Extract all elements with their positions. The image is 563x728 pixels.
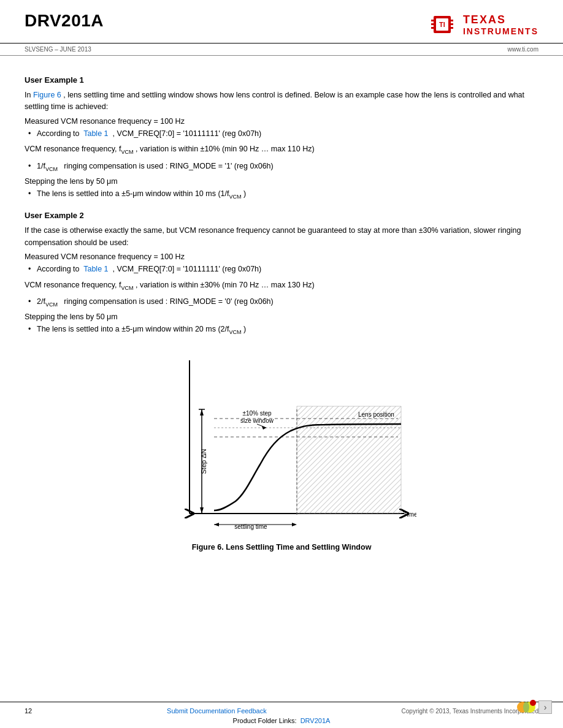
figure-6-area: Step ΔN ±10% step size window [25, 348, 538, 552]
bullet-item: According to Table 1 , VCM_FREQ[7:0] = '… [25, 264, 538, 275]
svg-text:size window: size window [240, 417, 274, 424]
ti-logo: TI TEXAS INSTRUMENTS [431, 11, 538, 38]
footer-main: 12 Submit Documentation Feedback Copyrig… [25, 707, 538, 715]
page-number: 12 [25, 707, 32, 715]
bullet-item: The lens is settled into a ±5-μm window … [25, 188, 538, 201]
svg-rect-3 [431, 20, 434, 21]
user-example-1-vcm: VCM resonance frequency, fVCM , variatio… [25, 143, 538, 156]
yell-icon [516, 697, 536, 717]
website: www.ti.com [507, 46, 538, 53]
user-example-2-intro: If the case is otherwise exactly the sam… [25, 225, 538, 249]
svg-marker-29 [214, 523, 219, 526]
figure-6-chart: Step ΔN ±10% step size window [147, 348, 416, 538]
user-example-1-stepping: Stepping the lens by 50 μm [25, 177, 538, 186]
main-content: User Example 1 In Figure 6 , lens settli… [0, 56, 563, 552]
footer-product: Product Folder Links: DRV201A [25, 717, 538, 724]
svg-text:TI: TI [439, 21, 445, 28]
svg-marker-15 [200, 409, 204, 415]
user-example-2-stepping: Stepping the lens by 50 μm [25, 313, 538, 321]
doc-id: SLVSENG – JUNE 2013 [25, 46, 91, 53]
user-example-2-vcm: VCM resonance frequency, fVCM , variatio… [25, 279, 538, 292]
user-example-1-bullets-2: 1/fVCM ringing compensation is used : RI… [25, 161, 538, 173]
svg-rect-18 [297, 406, 401, 514]
svg-text:±10% step: ±10% step [242, 410, 272, 417]
bullet-item: The lens is settled into a ±5-μm window … [25, 324, 538, 336]
user-example-2-bullets: According to Table 1 , VCM_FREQ[7:0] = '… [25, 264, 538, 275]
subheader: SLVSENG – JUNE 2013 www.ti.com [0, 44, 563, 56]
svg-marker-25 [262, 426, 266, 430]
svg-point-36 [530, 700, 536, 706]
user-example-1-bullets: According to Table 1 , VCM_FREQ[7:0] = '… [25, 128, 538, 140]
user-example-2-title: User Example 2 [25, 211, 538, 220]
user-example-2-bullets-2: 2/fVCM ringing compensation is used : RI… [25, 296, 538, 309]
footer: 12 Submit Documentation Feedback Copyrig… [0, 702, 563, 728]
svg-text:Time: Time [403, 510, 416, 518]
ti-logo-text: TEXAS INSTRUMENTS [463, 13, 538, 36]
user-example-1-bullets-3: The lens is settled into a ±5-μm window … [25, 188, 538, 201]
product-link[interactable]: DRV201A [301, 717, 331, 724]
svg-rect-6 [451, 20, 453, 21]
next-page-button[interactable]: › [538, 700, 552, 714]
svg-rect-4 [431, 23, 434, 25]
header: DRV201A TI TEXAS INSTRUMENTS [0, 0, 563, 44]
svg-rect-5 [431, 27, 434, 29]
page: DRV201A TI TEXAS INSTRUMENTS [0, 0, 563, 728]
svg-text:Lens position: Lens position [358, 411, 394, 418]
nav-arrow-area: › [516, 697, 552, 717]
table1-link-1[interactable]: Table 1 [83, 129, 108, 138]
figure6-link[interactable]: Figure 6 [33, 91, 61, 99]
svg-text:Step ΔN: Step ΔN [200, 449, 207, 474]
chart-container: Step ΔN ±10% step size window [147, 348, 416, 538]
svg-rect-8 [451, 27, 453, 29]
bullet-item: According to Table 1 , VCM_FREQ[7:0] = '… [25, 128, 538, 140]
svg-marker-16 [200, 507, 204, 514]
page-title: DRV201A [25, 11, 104, 31]
svg-rect-7 [451, 23, 453, 25]
submit-feedback-link[interactable]: Submit Documentation Feedback [167, 707, 267, 715]
user-example-1-title: User Example 1 [25, 75, 538, 85]
svg-point-35 [523, 702, 529, 713]
user-example-2-bullets-3: The lens is settled into a ±5-μm window … [25, 324, 538, 336]
ti-logo-icon: TI [431, 11, 458, 38]
table1-link-2[interactable]: Table 1 [83, 265, 108, 273]
bullet-item: 1/fVCM ringing compensation is used : RI… [25, 161, 538, 173]
user-example-1-intro: In Figure 6 , lens settling time and set… [25, 89, 538, 113]
user-example-1-measured: Measured VCM resonance frequency = 100 H… [25, 117, 538, 126]
ti-texas-label: TEXAS [463, 13, 506, 26]
bullet-item: 2/fVCM ringing compensation is used : RI… [25, 296, 538, 309]
figure-6-caption: Figure 6. Lens Settling Time and Settlin… [192, 543, 372, 552]
ti-instruments-label: INSTRUMENTS [463, 26, 538, 36]
user-example-2-measured: Measured VCM resonance frequency = 100 H… [25, 252, 538, 261]
svg-marker-30 [292, 523, 297, 526]
